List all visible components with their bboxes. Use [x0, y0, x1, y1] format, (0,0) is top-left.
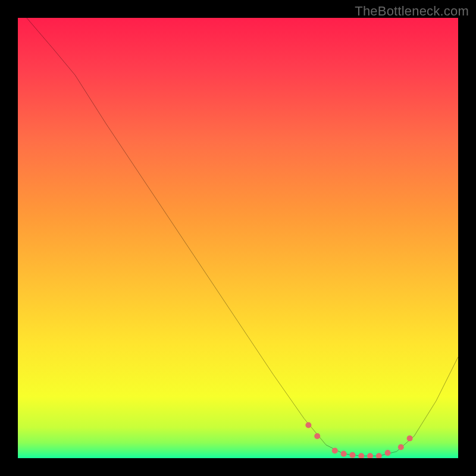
marker-point: [385, 450, 391, 456]
chart-frame: TheBottleneck.com: [0, 0, 476, 476]
marker-point: [314, 433, 320, 439]
marker-point: [407, 436, 413, 441]
bottleneck-chart: [18, 18, 458, 458]
marker-point: [398, 444, 404, 450]
marker-point: [305, 422, 311, 428]
marker-point: [341, 451, 347, 457]
watermark-text: TheBottleneck.com: [355, 4, 469, 19]
gradient-background: [18, 18, 458, 458]
marker-point: [349, 452, 355, 458]
marker-point: [332, 447, 338, 453]
